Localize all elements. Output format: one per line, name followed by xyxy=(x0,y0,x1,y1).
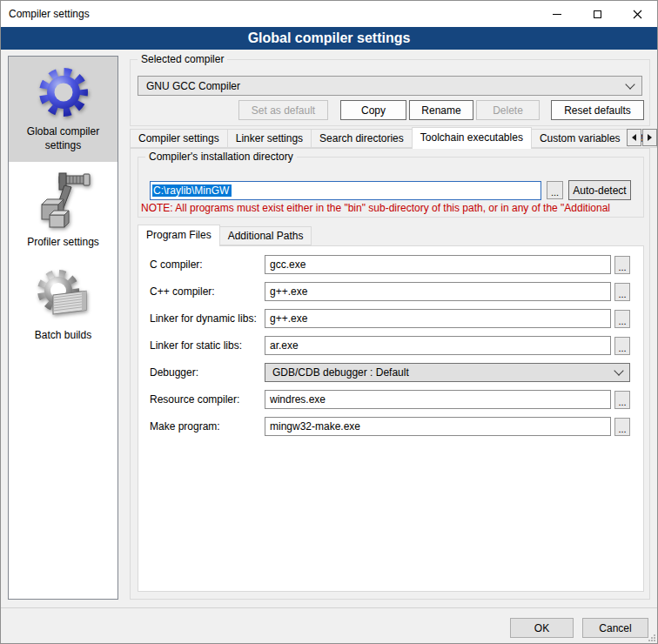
resource-compiler-input[interactable] xyxy=(265,390,611,409)
dynamic-linker-browse-button[interactable]: ... xyxy=(614,310,630,328)
selected-compiler-group: Selected compiler GNU GCC Compiler Set a… xyxy=(130,59,650,126)
installation-directory-group: Compiler's installation directory C:\ray… xyxy=(138,157,644,218)
sidebar-item-label: Profiler settings xyxy=(27,235,99,249)
title-bar: Compiler settings xyxy=(1,1,657,27)
installation-directory-row: C:\raylib\MinGW ... Auto-detect xyxy=(150,180,638,200)
close-icon xyxy=(633,10,642,19)
static-linker-label: Linker for static libs: xyxy=(150,339,265,352)
tab-custom-variables[interactable]: Custom variables xyxy=(531,129,629,148)
settings-tabbar: Compiler settings Linker settings Search… xyxy=(130,127,657,148)
tab-scroll-left-button[interactable] xyxy=(627,129,641,146)
maximize-icon xyxy=(594,10,601,18)
arrow-left-icon xyxy=(632,134,636,141)
sidebar-item-profiler-settings[interactable]: Profiler settings xyxy=(9,162,118,258)
resource-compiler-row: Resource compiler: ... xyxy=(150,390,630,409)
subtab-additional-paths[interactable]: Additional Paths xyxy=(219,226,312,245)
minimize-button[interactable] xyxy=(537,1,577,27)
resource-compiler-browse-button[interactable]: ... xyxy=(614,391,630,409)
chevron-down-icon xyxy=(625,79,634,89)
tab-linker-settings[interactable]: Linker settings xyxy=(227,129,312,148)
make-program-input[interactable] xyxy=(265,417,611,436)
compiler-select[interactable]: GNU GCC Compiler xyxy=(138,76,642,96)
copy-button[interactable]: Copy xyxy=(340,100,406,120)
program-subtabbar: Program Files Additional Paths xyxy=(138,225,312,245)
make-program-row: Make program: ... xyxy=(150,417,630,436)
installation-directory-value: C:\raylib\MinGW xyxy=(152,184,232,197)
rename-button[interactable]: Rename xyxy=(409,100,473,120)
close-button[interactable] xyxy=(617,1,657,27)
installation-directory-group-label: Compiler's installation directory xyxy=(145,151,297,163)
static-linker-row: Linker for static libs: ... xyxy=(150,336,630,355)
c-compiler-row: C compiler: ... xyxy=(150,255,630,274)
dynamic-linker-label: Linker for dynamic libs: xyxy=(150,312,265,325)
browse-directory-button[interactable]: ... xyxy=(547,181,563,199)
compiler-select-value: GNU GCC Compiler xyxy=(146,80,627,92)
tab-scroll-right-button[interactable] xyxy=(642,129,657,146)
sidebar-item-global-compiler-settings[interactable]: Global compiler settings xyxy=(9,57,118,162)
delete-button[interactable]: Delete xyxy=(476,100,540,120)
auto-detect-button[interactable]: Auto-detect xyxy=(568,180,631,200)
window-title: Compiler settings xyxy=(9,8,90,20)
note-text: NOTE: All programs must exist either in … xyxy=(141,202,641,214)
debugger-label: Debugger: xyxy=(150,366,265,379)
sidebar: Global compiler settings xyxy=(8,56,118,600)
sidebar-item-label: Global compiler settings xyxy=(11,124,115,152)
cancel-button[interactable]: Cancel xyxy=(582,618,648,638)
program-files-page: C compiler: ... C++ compiler: ... Linker… xyxy=(138,245,644,592)
resize-grip[interactable] xyxy=(648,634,655,641)
selected-compiler-group-label: Selected compiler xyxy=(138,53,227,65)
static-linker-input[interactable] xyxy=(265,336,611,355)
tab-search-directories[interactable]: Search directories xyxy=(311,129,413,148)
arrow-right-icon xyxy=(648,134,652,141)
ok-button[interactable]: OK xyxy=(510,618,574,638)
cpp-compiler-row: C++ compiler: ... xyxy=(150,282,630,301)
compiler-actions: Set as default Copy Rename Delete Reset … xyxy=(138,100,644,120)
caliper-icon xyxy=(36,170,91,231)
reset-defaults-button[interactable]: Reset defaults xyxy=(551,100,644,120)
sidebar-item-batch-builds[interactable]: Batch builds xyxy=(9,258,118,352)
c-compiler-input[interactable] xyxy=(265,255,611,274)
make-program-browse-button[interactable]: ... xyxy=(614,418,630,436)
dynamic-linker-row: Linker for dynamic libs: ... xyxy=(150,309,630,328)
c-compiler-label: C compiler: xyxy=(150,258,265,271)
blue-gear-icon xyxy=(36,64,91,120)
caption-buttons xyxy=(537,1,657,27)
sidebar-item-label: Batch builds xyxy=(35,328,91,342)
installation-directory-input[interactable]: C:\raylib\MinGW xyxy=(150,181,541,200)
footer-divider xyxy=(1,607,657,608)
toolchain-executables-page: Compiler's installation directory C:\ray… xyxy=(130,148,650,600)
debugger-select[interactable]: GDB/CDB debugger : Default xyxy=(265,363,630,382)
cpp-compiler-label: C++ compiler: xyxy=(150,285,265,298)
debugger-row: Debugger: GDB/CDB debugger : Default xyxy=(150,363,630,382)
chevron-down-icon xyxy=(614,366,623,375)
resource-compiler-label: Resource compiler: xyxy=(150,393,265,406)
dynamic-linker-input[interactable] xyxy=(265,309,611,328)
debugger-select-value: GDB/CDB debugger : Default xyxy=(272,366,615,379)
static-linker-browse-button[interactable]: ... xyxy=(614,337,630,355)
gray-gear-stack-icon xyxy=(36,266,91,324)
maximize-button[interactable] xyxy=(577,1,617,27)
minimize-icon xyxy=(553,14,561,15)
compiler-settings-dialog: Compiler settings Global compiler settin… xyxy=(0,0,658,644)
tab-toolchain-executables[interactable]: Toolchain executables xyxy=(412,127,532,149)
cpp-compiler-input[interactable] xyxy=(265,282,611,301)
page-title: Global compiler settings xyxy=(1,27,657,50)
make-program-label: Make program: xyxy=(150,420,265,433)
set-as-default-button[interactable]: Set as default xyxy=(238,100,328,120)
c-compiler-browse-button[interactable]: ... xyxy=(614,256,630,274)
subtab-program-files[interactable]: Program Files xyxy=(138,225,220,246)
tab-compiler-settings[interactable]: Compiler settings xyxy=(130,129,228,148)
cpp-compiler-browse-button[interactable]: ... xyxy=(614,283,630,301)
